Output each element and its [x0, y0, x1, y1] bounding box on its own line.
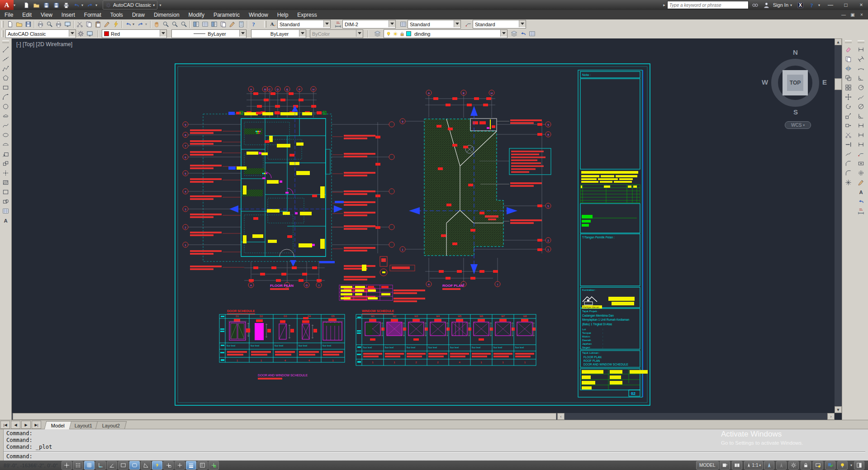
text-style-icon[interactable] [268, 20, 277, 28]
toolbar-window-lock-button[interactable] [801, 461, 811, 470]
open-toolbar-button[interactable] [14, 20, 24, 28]
quick-calc-button[interactable] [237, 20, 246, 28]
menu-dimension[interactable]: Dimension [149, 10, 184, 19]
make-object-layer-current-button[interactable] [509, 29, 518, 38]
insert-block-button[interactable] [1, 149, 11, 159]
gradient-button[interactable] [1, 187, 11, 197]
plot-button[interactable] [62, 0, 71, 9]
tab-layout1[interactable]: Layout1 [68, 421, 100, 429]
radius-dimension-button[interactable] [856, 83, 866, 92]
dim-style-combo[interactable]: DIM-2 [342, 20, 396, 28]
dim-style-icon[interactable] [333, 20, 342, 28]
selection-cycling-toggle[interactable] [209, 461, 219, 470]
dimension-update-button[interactable] [856, 197, 866, 206]
lineweight-combo[interactable]: ByLayer [251, 29, 306, 38]
horizontal-scroll-thumb[interactable] [13, 413, 556, 420]
revision-cloud-button[interactable] [1, 111, 11, 121]
scroll-down-button[interactable]: ▼ [835, 406, 842, 413]
diameter-dimension-button[interactable] [856, 102, 866, 111]
zoom-realtime-button[interactable] [161, 20, 170, 28]
block-editor-button[interactable] [111, 20, 120, 28]
construction-line-button[interactable] [1, 54, 11, 64]
polygon-button[interactable] [1, 73, 11, 83]
zoom-previous-button[interactable] [179, 20, 188, 28]
mdi-restore-icon[interactable]: ▣ [848, 12, 857, 17]
last-tab-button[interactable]: ▶| [32, 421, 41, 429]
infer-constraints-toggle[interactable] [62, 461, 72, 470]
signin-dropdown-icon[interactable]: ▾ [790, 3, 794, 7]
menu-tools[interactable]: Tools [106, 10, 128, 19]
create-block-button[interactable] [1, 159, 11, 168]
command-window-grip[interactable] [0, 429, 4, 461]
dimension-text-edit-button[interactable] [856, 187, 866, 197]
annotation-visibility-button[interactable] [764, 461, 774, 470]
search-icon[interactable] [750, 0, 760, 9]
copy-button[interactable] [843, 54, 853, 64]
undo-dropdown-icon[interactable]: ▾ [81, 3, 85, 7]
quick-leader-button[interactable] [856, 149, 866, 159]
viewcube-west[interactable]: W [762, 78, 768, 86]
performance-tuner-button[interactable] [825, 461, 835, 470]
multiline-text-button[interactable] [1, 216, 11, 225]
circle-button[interactable] [1, 102, 11, 111]
center-mark-button[interactable] [856, 168, 866, 178]
qnew-button[interactable] [22, 0, 31, 9]
mleader-style-combo[interactable]: Standard [473, 20, 526, 28]
transparency-toggle[interactable] [197, 461, 208, 470]
quick-view-drawings-button[interactable] [732, 461, 742, 470]
dimension-edit-button[interactable] [856, 178, 866, 187]
publish-button[interactable] [54, 20, 63, 28]
offset-button[interactable] [843, 73, 853, 83]
move-button[interactable] [843, 92, 853, 102]
workspaces-grip[interactable] [1, 30, 4, 37]
spline-button[interactable] [1, 121, 11, 130]
tab-layout2[interactable]: Layout2 [95, 421, 127, 429]
text-style-combo[interactable]: Standard [277, 20, 331, 28]
ellipse-arc-button[interactable] [1, 140, 11, 149]
menu-modify[interactable]: Modify [184, 10, 209, 19]
qat-overflow-icon[interactable]: ▾ [159, 3, 163, 7]
jogged-dimension-button[interactable] [856, 92, 866, 102]
chamfer-button[interactable] [843, 159, 853, 168]
hatch-button[interactable] [1, 178, 11, 187]
infocenter-collapse-icon[interactable]: ▸ [663, 3, 665, 7]
object-snap-tracking-toggle[interactable] [152, 461, 162, 470]
signin-user-icon[interactable] [762, 0, 771, 9]
scroll-up-button[interactable]: ▲ [835, 38, 842, 45]
region-button[interactable] [1, 197, 11, 206]
vertical-scrollbar[interactable]: ▲ ▼ [835, 38, 842, 413]
workspace-switcher[interactable]: AutoCAD Classic ▾ [103, 0, 157, 9]
autoscale-annotations-button[interactable] [776, 461, 787, 470]
mdi-minimize-icon[interactable]: — [839, 12, 848, 17]
menu-express[interactable]: Express [293, 10, 321, 19]
save-toolbar-button[interactable] [24, 20, 33, 28]
quick-properties-toggle[interactable] [175, 461, 185, 470]
wcs-menu[interactable]: WCS▾ [785, 121, 811, 129]
toolbar-grip[interactable] [1, 21, 4, 28]
menu-file[interactable]: File [0, 10, 18, 19]
rotate-button[interactable] [843, 102, 853, 111]
stretch-button[interactable] [843, 121, 853, 130]
maximize-button[interactable]: □ [839, 0, 853, 9]
isolate-objects-button[interactable] [837, 461, 848, 470]
exchange-apps-icon[interactable] [796, 0, 805, 9]
quick-dimension-button[interactable] [856, 121, 866, 130]
3d-object-snap-toggle[interactable] [129, 461, 140, 470]
aligned-dimension-button[interactable] [856, 54, 866, 64]
menu-help[interactable]: Help [273, 10, 293, 19]
signin-label[interactable]: Sign In [773, 2, 788, 8]
workspace-combo[interactable]: AutoCAD Classic [5, 29, 76, 38]
minimize-button[interactable]: — [824, 0, 837, 9]
pan-button[interactable] [152, 20, 161, 28]
save-button[interactable] [42, 0, 51, 9]
polyline-button[interactable] [1, 64, 11, 73]
angular-dimension-button[interactable] [856, 111, 866, 121]
annotation-scale-control[interactable]: 1:1▾ [744, 461, 763, 470]
ordinate-dimension-button[interactable] [856, 73, 866, 83]
tab-model[interactable]: Model [44, 421, 71, 429]
extend-button[interactable] [843, 140, 853, 149]
paste-button[interactable] [93, 20, 102, 28]
infocenter-search-input[interactable] [667, 1, 749, 9]
command-input[interactable]: Command: [6, 453, 33, 460]
menu-insert[interactable]: Insert [57, 10, 80, 19]
